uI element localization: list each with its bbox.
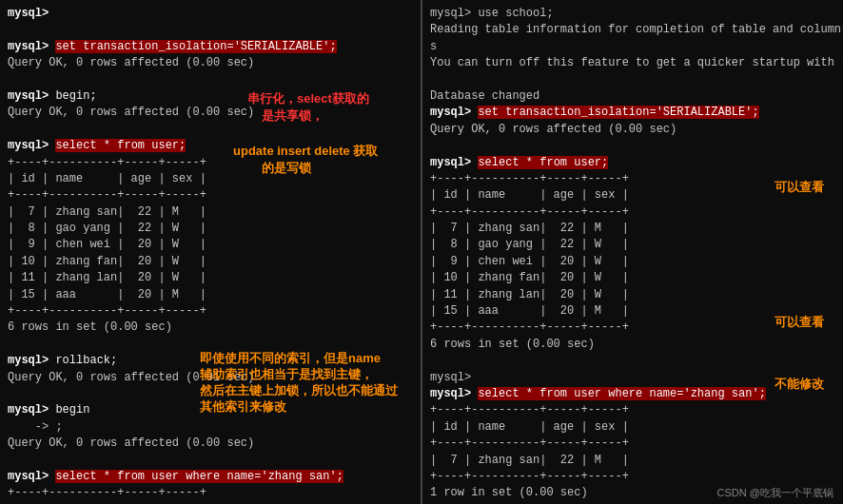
annotation: 即使使用不同的索引，但是name xyxy=(200,350,381,367)
terminal-line: Query OK, 0 rows affected (0.00 sec) xyxy=(8,436,413,452)
terminal-line: mysql> set transaction_isolation='SERIAL… xyxy=(430,105,835,121)
terminal-line: mysql> xyxy=(8,6,413,22)
terminal-line: | 9 | chen wei | 20 | W | xyxy=(8,237,413,253)
terminal-line: mysql> select * from user; xyxy=(430,155,835,171)
terminal-line xyxy=(8,72,413,88)
annotation: update insert delete 获取 xyxy=(233,143,378,160)
terminal-line: Reading table information for completion… xyxy=(430,22,835,38)
annotation: 然后在主键上加锁，所以也不能通过 xyxy=(200,382,398,399)
terminal-line xyxy=(8,22,413,38)
terminal-line xyxy=(8,122,413,138)
left-panel: mysql> mysql> set transaction_isolation=… xyxy=(0,0,422,504)
terminal-line: mysql> use school; xyxy=(430,6,835,22)
annotation: 可以查看 xyxy=(774,314,824,331)
terminal-line: | 8 | gao yang | 22 | W | xyxy=(8,221,413,237)
terminal-line: | 7 | zhang san| 22 | M | xyxy=(8,204,413,221)
terminal-line: +----+----------+-----+-----+ xyxy=(430,204,835,221)
terminal-line: | 7 | zhang san| 22 | M | xyxy=(430,453,835,469)
terminal-line xyxy=(430,353,835,369)
right-panel: mysql> use school;Reading table informat… xyxy=(422,0,843,504)
annotation: 辅助索引也相当于是找到主键， xyxy=(200,366,373,383)
terminal-line: mysql> select * from user where name='zh… xyxy=(8,469,413,485)
annotation: 是共享锁， xyxy=(262,107,323,125)
terminal-line: | 15 | aaa | 20 | M | xyxy=(8,287,413,303)
terminal-line: mysql> set transaction_isolation='SERIAL… xyxy=(8,39,413,55)
terminal-line: | 11 | zhang lan| 20 | W | xyxy=(430,287,835,303)
annotation: 不能修改 xyxy=(774,376,824,393)
terminal-line: Query OK, 0 rows affected (0.00 sec) xyxy=(8,55,413,71)
terminal-line: You can turn off this feature to get a q… xyxy=(430,55,835,71)
terminal-line: s xyxy=(430,39,835,55)
terminal-line: -> ; xyxy=(8,419,413,436)
terminal-line: Query OK, 0 rows affected (0.00 sec) xyxy=(430,122,835,138)
terminal-line: +----+----------+-----+-----+ xyxy=(430,402,835,418)
terminal-line xyxy=(430,72,835,88)
annotation: 串行化，select获取的 xyxy=(247,90,369,107)
terminal-line xyxy=(430,138,835,154)
annotation: 可以查看 xyxy=(774,179,824,196)
terminal-line: | 7 | zhang san| 22 | M | xyxy=(430,221,835,237)
terminal-line: | id | name | age | sex | xyxy=(8,171,413,187)
annotation: 其他索引来修改 xyxy=(200,398,286,416)
terminal-line: 6 rows in set (0.00 sec) xyxy=(430,337,835,353)
terminal-line: | 10 | zhang fan| 20 | W | xyxy=(8,254,413,270)
terminal-line: +----+----------+-----+-----+ xyxy=(430,469,835,485)
terminal-line: +----+----------+-----+-----+ xyxy=(8,187,413,204)
terminal-line: +----+----------+-----+-----+ xyxy=(8,303,413,320)
watermark: CSDN @吃我一个平底锅 xyxy=(717,486,833,500)
terminal-line: | id | name | age | sex | xyxy=(430,419,835,436)
terminal-line: 6 rows in set (0.00 sec) xyxy=(8,320,413,336)
terminal-line: | 10 | zhang fan| 20 | W | xyxy=(430,270,835,286)
terminal-line: +----+----------+-----+-----+ xyxy=(430,436,835,452)
terminal-line: Database changed xyxy=(430,88,835,105)
terminal-line: +----+----------+-----+-----+ xyxy=(8,485,413,501)
terminal-line: | 9 | chen wei | 20 | W | xyxy=(430,254,835,270)
terminal-line xyxy=(8,453,413,469)
terminal-line: | 8 | gao yang | 22 | W | xyxy=(430,237,835,253)
terminal-line: | 11 | zhang lan| 20 | W | xyxy=(8,270,413,286)
annotation: 的是写锁 xyxy=(262,160,311,177)
